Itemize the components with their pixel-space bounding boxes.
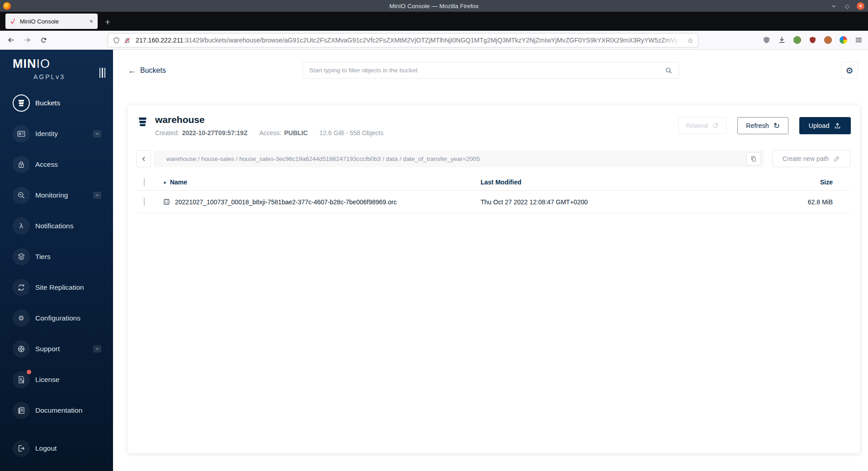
chevron-up-icon[interactable] xyxy=(93,130,101,137)
url-path: :31429/buckets/warehouse/browse/aG91c2Ut… xyxy=(183,37,683,44)
window-close-icon[interactable]: ✕ xyxy=(857,2,864,10)
breadcrumb: warehouse / house-sales / house_sales-3e… xyxy=(154,150,764,167)
object-filter-searchbox xyxy=(302,62,679,79)
bucket-settings-button[interactable]: ⚙ xyxy=(841,62,858,79)
documentation-icon xyxy=(17,406,26,415)
sidebar-item-license[interactable]: License xyxy=(0,364,113,395)
chevron-up-icon[interactable] xyxy=(93,345,101,353)
row-checkbox[interactable] xyxy=(144,198,145,206)
select-all-checkbox[interactable] xyxy=(144,178,145,186)
tab-title: MinIO Console xyxy=(20,18,89,25)
chevron-up-icon[interactable] xyxy=(93,192,101,199)
svg-text:λ: λ xyxy=(19,222,23,230)
window-maximize-icon[interactable]: ◇ xyxy=(843,2,851,10)
extension-icon-orange[interactable] xyxy=(823,35,833,45)
license-icon xyxy=(17,375,26,384)
sidebar-icon-circle xyxy=(13,279,30,296)
window-minimize-icon[interactable] xyxy=(830,2,838,10)
copy-path-button[interactable] xyxy=(746,152,760,165)
notifications-icon: λ xyxy=(17,221,26,231)
object-table-body: 20221027_100737_00018_b8xji-7581bae2-377… xyxy=(137,191,851,213)
sidebar-collapse-icon[interactable] xyxy=(99,68,106,78)
breadcrumb-path[interactable]: warehouse / house-sales / house_sales-3e… xyxy=(166,155,480,162)
sidebar-item-tiers[interactable]: Tiers xyxy=(0,241,113,272)
sidebar-item-site-replication[interactable]: Site Replication xyxy=(0,272,113,303)
downloads-icon[interactable] xyxy=(777,35,787,45)
back-to-buckets-link[interactable]: ← Buckets xyxy=(128,66,166,75)
upload-button[interactable]: Upload xyxy=(799,117,851,134)
column-header-size[interactable]: Size xyxy=(820,179,851,186)
site-replication-icon xyxy=(17,283,26,292)
tiers-icon xyxy=(17,252,26,261)
bucket-name: warehouse xyxy=(155,114,383,125)
url-bar[interactable]: 217.160.222.211:31429/buckets/warehouse/… xyxy=(108,33,698,47)
tracking-shield-icon[interactable] xyxy=(113,37,120,44)
browser-tab-minio-console[interactable]: MinIO Console × xyxy=(5,14,98,29)
column-header-last-modified[interactable]: Last Modified xyxy=(481,179,751,186)
created-value: 2022-10-27T09:57:19Z xyxy=(182,129,248,137)
back-label: Buckets xyxy=(140,66,166,75)
reload-button[interactable] xyxy=(37,34,50,47)
path-back-button[interactable]: ‹ xyxy=(137,150,151,167)
sidebar-item-label: Notifications xyxy=(35,222,73,230)
identity-icon xyxy=(17,129,26,138)
monitoring-icon xyxy=(17,191,26,200)
table-row[interactable]: 20221027_100737_00018_b8xji-7581bae2-377… xyxy=(137,191,851,213)
extension-icon-green[interactable] xyxy=(793,35,802,45)
sidebar-item-monitoring[interactable]: Monitoring xyxy=(0,180,113,211)
sidebar-item-label: Support xyxy=(35,345,60,353)
sidebar-item-label: Documentation xyxy=(35,406,82,414)
new-tab-button[interactable]: + xyxy=(105,17,110,27)
sidebar-item-label: Monitoring xyxy=(35,191,68,199)
minio-flamingo-favicon xyxy=(9,18,16,25)
sidebar-icon-circle xyxy=(13,94,30,112)
sidebar-item-configurations[interactable]: ⚙Configurations xyxy=(0,303,113,334)
main-content: ← Buckets ⚙ xyxy=(113,50,868,471)
sidebar-item-label: Tiers xyxy=(35,253,51,261)
sidebar-icon-circle: λ xyxy=(13,217,30,235)
back-button[interactable] xyxy=(5,34,17,47)
sidebar-icon-circle xyxy=(13,125,30,142)
sort-asc-icon[interactable]: ▲ xyxy=(163,180,167,184)
logout-icon xyxy=(17,444,26,453)
tab-close-icon[interactable]: × xyxy=(89,18,94,25)
sidebar-item-label: Configurations xyxy=(35,314,80,322)
create-path-icon xyxy=(833,155,840,162)
sidebar-item-identity[interactable]: Identity xyxy=(0,118,113,149)
access-icon xyxy=(17,160,26,169)
sidebar-item-buckets[interactable]: Buckets xyxy=(0,88,113,118)
sidebar-item-access[interactable]: Access xyxy=(0,149,113,180)
bucket-browser-card: warehouse Created: 2022-10-27T09:57:19Z … xyxy=(127,105,860,453)
access-label: Access: xyxy=(259,129,281,137)
bucket-usage-summary: 12.6 GiB - 558 Objects xyxy=(320,129,384,137)
search-input[interactable] xyxy=(303,62,665,78)
menu-icon[interactable] xyxy=(854,35,863,45)
ublock-shield-icon[interactable] xyxy=(808,35,817,45)
extension-pinwheel-icon[interactable] xyxy=(839,35,848,45)
configurations-icon: ⚙ xyxy=(17,314,26,323)
notification-badge xyxy=(27,370,31,374)
bucket-icon xyxy=(137,116,149,128)
url-text[interactable]: 217.160.222.211:31429/buckets/warehouse/… xyxy=(136,37,684,44)
object-table: ▲ Name Last Modified Size 20221027_10073… xyxy=(137,174,851,213)
sidebar-item-notifications[interactable]: λNotifications xyxy=(0,211,113,241)
column-header-name[interactable]: Name xyxy=(170,179,187,186)
insecure-connection-icon[interactable] xyxy=(123,37,131,44)
upload-icon xyxy=(834,122,841,130)
extension-shield-icon[interactable] xyxy=(762,35,771,45)
minio-logo: MINIO xyxy=(13,58,113,70)
gear-icon: ⚙ xyxy=(844,65,855,76)
refresh-button[interactable]: Refresh↻ xyxy=(737,117,788,134)
sidebar-item-support[interactable]: Support xyxy=(0,334,113,364)
object-table-header: ▲ Name Last Modified Size xyxy=(137,174,851,191)
sidebar-item-logout[interactable]: Logout xyxy=(0,433,113,464)
sidebar-item-documentation[interactable]: Documentation xyxy=(0,395,113,426)
create-new-path-button[interactable]: Create new path xyxy=(772,150,851,167)
object-name[interactable]: 20221027_100737_00018_b8xji-7581bae2-377… xyxy=(175,198,396,206)
rewind-button[interactable]: Rewind↺ xyxy=(678,117,726,134)
object-size: 62.8 MiB xyxy=(808,198,851,206)
bookmark-star-icon[interactable]: ☆ xyxy=(687,36,693,45)
forward-button[interactable] xyxy=(21,34,33,47)
search-icon xyxy=(665,66,673,75)
sidebar-item-label: Identity xyxy=(35,130,58,138)
